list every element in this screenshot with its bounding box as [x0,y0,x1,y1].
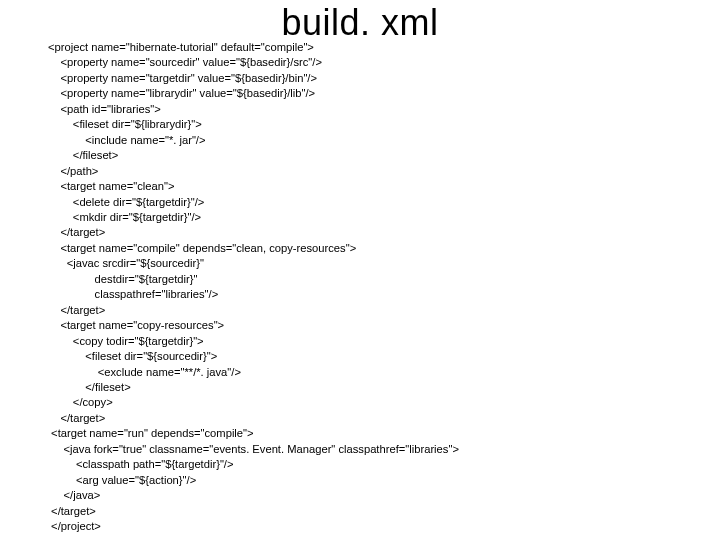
slide: build. xml <project name="hibernate-tuto… [0,0,720,540]
page-title: build. xml [0,2,720,44]
code-block: <project name="hibernate-tutorial" defau… [48,40,459,535]
